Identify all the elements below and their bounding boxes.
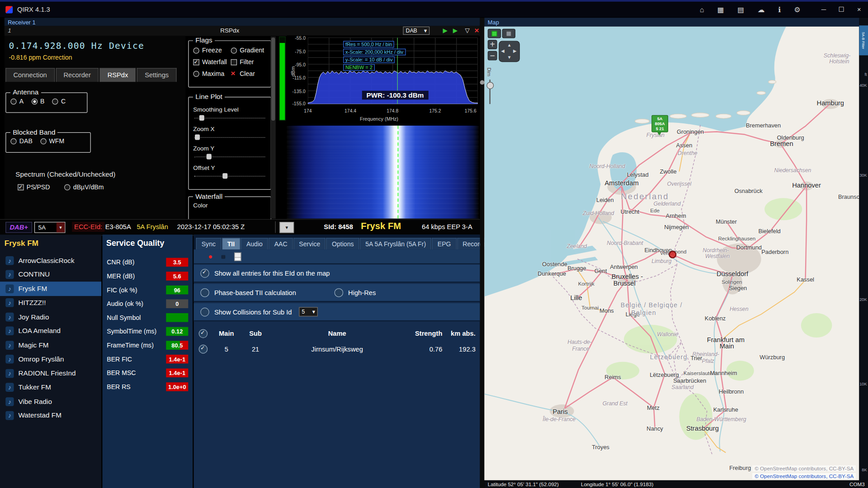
record-icon[interactable]: ●	[208, 252, 212, 260]
pane-splitter[interactable]	[480, 18, 485, 488]
secondary-location-marker[interactable]	[669, 251, 676, 258]
detail-tab[interactable]: EPG	[432, 238, 457, 250]
row-checkbox-icon[interactable]	[199, 345, 208, 354]
receiver-tab[interactable]: Connection	[5, 68, 55, 82]
pan-down-icon[interactable]: ▼	[507, 55, 512, 60]
antenna-option[interactable]: B	[31, 98, 44, 105]
frequency-display[interactable]: 0.174.928.000 Hz Device	[9, 40, 144, 51]
service-list-item[interactable]: Vibe Radio	[0, 394, 101, 408]
high-res-checkbox-icon[interactable]	[334, 288, 343, 297]
service-dropdown-button[interactable]: ▾	[279, 222, 294, 233]
detail-tab[interactable]: TII	[222, 238, 241, 250]
phase-based-option[interactable]: Phase-based TII calculation High-Res	[194, 284, 480, 302]
dim-slider-handle[interactable]	[486, 82, 494, 89]
psd-checkbox[interactable]: PS/PSD	[18, 184, 50, 191]
slider-handle[interactable]	[199, 115, 204, 121]
show-collisions-option[interactable]: Show Collisions for Sub Id 5 ▾	[194, 303, 480, 321]
detail-tab[interactable]: 5A 5A Fryslân (5A Fr)	[360, 238, 431, 250]
service-list-item[interactable]: Tukker FM	[0, 380, 101, 394]
tii-transmitter-marker[interactable]: 5A 805A 5 21	[651, 115, 668, 132]
nenbw-overlay: NENBW = 2	[343, 64, 375, 71]
map-canvas[interactable]: Schleswig-HolsteinHamburgBremerhavenOlde…	[484, 27, 859, 480]
pan-up-icon[interactable]: ▲	[507, 42, 512, 47]
pan-right-icon[interactable]: ▶	[513, 49, 517, 54]
settings-gear-icon[interactable]: ⚙	[794, 5, 800, 14]
minimize-button[interactable]: ─	[815, 3, 832, 17]
close-button[interactable]: ×	[850, 3, 868, 17]
flag-option[interactable]: Freeze	[193, 47, 228, 54]
detail-tab[interactable]: Audio	[241, 238, 269, 250]
qirx-window: QIRX 4.1.3 ⌂ ▦ ▤ ☁ ℹ ⚙ ─ ☐ × Receiver 1 …	[0, 0, 868, 488]
network-icon[interactable]: ☁	[758, 5, 765, 14]
receiver-tab[interactable]: RSPdx	[100, 68, 136, 82]
antenna-option[interactable]: C	[52, 98, 66, 105]
maximize-button[interactable]: ☐	[833, 3, 850, 17]
scrollbar-thumb[interactable]	[271, 38, 275, 121]
play-all-button[interactable]: ▶	[453, 27, 458, 34]
detail-tab[interactable]: AAC	[269, 238, 292, 250]
map-layer-button[interactable]	[488, 29, 501, 38]
flag-option[interactable]: Filter	[231, 59, 266, 66]
sub-id-select[interactable]: 5 ▾	[299, 307, 318, 317]
antenna-option[interactable]: A	[10, 98, 24, 105]
flag-option[interactable]: Waterfall	[193, 59, 228, 66]
channel-select[interactable]: 5A ▾	[34, 222, 66, 233]
detail-tab[interactable]: Sync	[196, 238, 221, 250]
detail-tab[interactable]: Options	[326, 238, 359, 250]
blocked-band-option[interactable]: DAB	[10, 138, 33, 145]
dbuv-radio[interactable]: dBµV/dBm	[64, 184, 104, 191]
blocked-band-option[interactable]: WFM	[40, 138, 64, 145]
show-all-entries-option[interactable]: Show all entries for this EId on the map	[194, 264, 480, 282]
tii-table-row[interactable]: 5 21 Jirnsum/Rijksweg 0.76 192.3	[194, 342, 480, 357]
info-icon[interactable]: ℹ	[778, 5, 781, 14]
service-list-item[interactable]: Frysk FM	[0, 282, 101, 296]
service-list-item[interactable]: RADIONL FriesInd	[0, 366, 101, 380]
atlas-icon[interactable]: ▤	[737, 5, 744, 14]
service-list-item[interactable]: Magic FM	[0, 338, 101, 352]
plot-slider-row: Smoothing Level	[193, 106, 266, 122]
filter-strip-label[interactable]: 5A-B Filter	[859, 25, 868, 55]
zoom-in-button[interactable]: +	[488, 40, 497, 49]
service-list-item[interactable]: HITZZZ!!	[0, 296, 101, 310]
receiver-tab[interactable]: Recorder	[56, 68, 99, 82]
filter-funnel-icon[interactable]: ▽	[465, 27, 470, 34]
checkbox-icon[interactable]	[200, 307, 209, 316]
map-attribution-link[interactable]: © OpenStreetMap contributors, CC-BY-SA	[752, 473, 856, 479]
play-button[interactable]: ▶	[443, 27, 448, 34]
checkbox-icon[interactable]	[200, 268, 209, 277]
flag-option[interactable]: Maxima	[193, 70, 228, 77]
zoom-out-button[interactable]: −	[488, 51, 497, 61]
service-list-item[interactable]: Joy Radio	[0, 310, 101, 324]
slider-handle[interactable]	[206, 154, 211, 159]
map-mode-button[interactable]	[502, 29, 515, 38]
band-select[interactable]: DAB ▾	[403, 27, 429, 35]
service-list-item[interactable]: Waterstad FM	[0, 408, 101, 422]
receiver-tab[interactable]: Settings	[137, 68, 176, 82]
service-list-item[interactable]: Omrop Fryslân	[0, 352, 101, 366]
service-list-item[interactable]: LOA Ameland	[0, 324, 101, 338]
map-pan-control[interactable]: ▲ ▼ ◀ ▶	[499, 41, 520, 62]
slider-handle[interactable]	[222, 173, 227, 178]
splitter-grip[interactable]	[480, 80, 485, 85]
slider-handle[interactable]	[195, 135, 200, 140]
waterfall-display[interactable]	[287, 126, 479, 219]
slider[interactable]	[193, 153, 266, 160]
stop-icon[interactable]: ■	[222, 253, 226, 260]
service-list-item[interactable]: CONTINU	[0, 267, 101, 282]
flag-option[interactable]: Clear	[231, 70, 266, 77]
checkbox-icon[interactable]	[200, 288, 209, 297]
config-scrollbar[interactable]	[271, 37, 276, 219]
slider[interactable]	[193, 114, 266, 122]
spectrum-plot[interactable]: dBm -55.0 -75.0 -95.0 -115.0 -135.0 -155…	[287, 35, 479, 125]
select-all-checkbox-icon[interactable]	[199, 329, 208, 338]
flag-option[interactable]: Gradient	[231, 47, 266, 54]
slider[interactable]	[193, 134, 266, 141]
grid-icon[interactable]: ▦	[717, 5, 724, 14]
home-icon[interactable]: ⌂	[700, 5, 704, 14]
service-list-item[interactable]: ArrowClassicRock	[0, 253, 101, 267]
document-icon[interactable]	[234, 252, 241, 261]
detail-tab[interactable]: Service	[293, 238, 326, 250]
pan-left-icon[interactable]: ◀	[501, 49, 505, 54]
close-receiver-icon[interactable]: ×	[474, 26, 479, 35]
slider[interactable]	[193, 173, 266, 180]
